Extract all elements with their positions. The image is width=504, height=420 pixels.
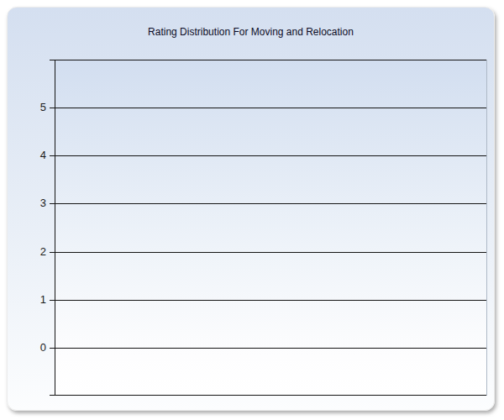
gridline [50,252,486,253]
chart-title: Rating Distribution For Moving and Reloc… [8,26,494,39]
gridline [50,300,486,301]
gridline [50,155,486,156]
y-axis-line [55,60,55,396]
gridline [50,395,486,396]
gridline [50,348,486,349]
y-tick-label: 5 [23,101,46,114]
y-tick-label: 2 [23,245,46,259]
gridline [50,60,486,60]
y-tick-label: 3 [23,197,46,210]
gridline [50,203,486,204]
gridline [50,108,486,108]
chart-panel: Rating Distribution For Moving and Reloc… [7,7,495,411]
y-tick-label: 4 [23,149,46,162]
y-tick-label: 1 [23,293,46,307]
plot-area: 543210 [55,60,487,396]
y-tick-label: 0 [23,341,46,354]
